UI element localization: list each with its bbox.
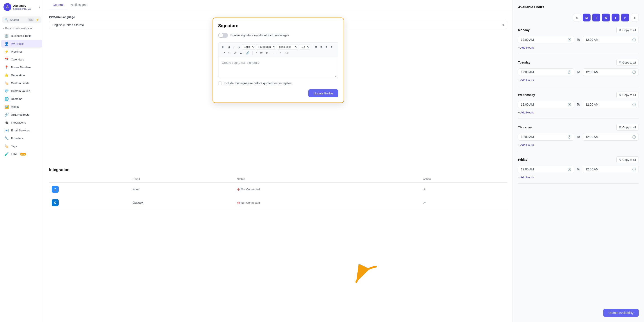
sidebar-item-reputation[interactable]: ⭐ Reputation — [1, 72, 42, 79]
quoted-text-checkbox[interactable] — [218, 82, 222, 85]
to-time-friday[interactable]: 12:00 AM 🕐 — [583, 166, 639, 173]
sidebar-item-business-profile[interactable]: 🏢 Business Profile — [1, 32, 42, 40]
lightning-icon: ⚡ — [36, 18, 39, 22]
nav-label-custom-fields: Custom Fields — [11, 82, 29, 85]
copy-to-all-btn-monday[interactable]: ⧉ Copy to all — [616, 27, 639, 33]
editor-body[interactable]: Create your email signature — [218, 58, 338, 73]
clock-icon-2: 🕐 — [632, 168, 636, 171]
justify-button[interactable]: ≡ — [329, 44, 334, 50]
sidebar-item-providers[interactable]: 🔧 Providers — [1, 134, 42, 142]
tab-notifications[interactable]: Notifications — [67, 0, 91, 10]
from-time-monday[interactable]: 12:00 AM 🕐 — [518, 36, 574, 43]
align-center-button[interactable]: ≡ — [319, 44, 324, 50]
copy-to-all-label: Copy to all — [622, 93, 636, 96]
day-btn-2[interactable]: T — [592, 14, 600, 22]
from-time-tuesday[interactable]: 12:00 AM 🕐 — [518, 68, 574, 76]
integration-action-btn-zoom[interactable]: ↗ — [423, 187, 426, 192]
integration-action[interactable]: ↗ — [420, 183, 507, 196]
day-btn-6[interactable]: S — [631, 14, 639, 22]
paragraph-select[interactable]: Paragraph Heading 1 Heading 2 — [256, 44, 276, 50]
add-hours-btn-friday[interactable]: + Add Hours — [518, 175, 534, 180]
quote-button[interactable]: " — [254, 50, 258, 56]
sidebar-item-calendars[interactable]: 📅 Calendars — [1, 56, 42, 63]
sidebar-item-email-services[interactable]: 📧 Email Services — [1, 126, 42, 134]
italic-button[interactable]: I — [232, 44, 236, 50]
day-btn-5[interactable]: F — [621, 14, 629, 22]
copy-to-all-btn-wednesday[interactable]: ⧉ Copy to all — [616, 92, 639, 98]
sidebar-item-media[interactable]: 🖼️ Media — [1, 103, 42, 110]
update-profile-button[interactable]: Update Profile — [308, 89, 338, 97]
sidebar-item-my-profile[interactable]: 👤 My Profile — [1, 40, 42, 48]
from-time-wednesday[interactable]: 12:00 AM 🕐 — [518, 101, 574, 108]
from-time-friday[interactable]: 12:00 AM 🕐 — [518, 166, 574, 173]
col-email: Email — [130, 176, 234, 183]
sidebar-item-tags[interactable]: 🏷️ Tags — [1, 142, 42, 150]
add-hours-btn-thursday[interactable]: + Add Hours — [518, 142, 534, 148]
tab-general[interactable]: General — [49, 0, 67, 10]
font-size-select[interactable]: 16px 12px 14px 18px 24px — [242, 44, 255, 50]
sidebar-item-phone-numbers[interactable]: 📍 Phone Numbers — [1, 64, 42, 71]
to-time-wednesday[interactable]: 12:00 AM 🕐 — [583, 101, 639, 108]
highlight-button[interactable]: ✦ — [278, 50, 283, 56]
superscript-button[interactable]: x² — [259, 50, 264, 56]
copy-to-all-btn-tuesday[interactable]: ⧉ Copy to all — [616, 59, 639, 66]
underline-button[interactable]: U — [226, 44, 231, 50]
link-button[interactable]: 🔗 — [244, 50, 251, 56]
integration-action[interactable]: ↗ — [420, 196, 507, 210]
add-hours-btn-tuesday[interactable]: + Add Hours — [518, 78, 534, 82]
redo-button[interactable]: ↪ — [227, 50, 232, 56]
resize-handle[interactable]: ⌟ — [218, 73, 338, 78]
to-time-tuesday[interactable]: 12:00 AM 🕐 — [583, 68, 639, 76]
sidebar-item-labs[interactable]: 🧪 Labs new — [1, 150, 42, 158]
subscript-button[interactable]: x₂ — [265, 50, 270, 56]
strikethrough2-button[interactable]: ~~ — [271, 50, 277, 56]
org-header[interactable]: A Acquirely Sacramento, CA ▾ — [0, 0, 44, 14]
line-height-select[interactable]: 1.5 1.0 2.0 — [299, 44, 310, 50]
search-bar[interactable]: 🔍 Search ⌘K ⚡ — [2, 16, 42, 23]
image-button[interactable]: 🖼 — [238, 50, 244, 56]
main-content: General Notifications Platform Language … — [44, 0, 644, 322]
bold-button[interactable]: B — [221, 44, 226, 50]
sidebar-item-integrations[interactable]: 🔌 Integrations — [1, 119, 42, 126]
search-icon: 🔍 — [4, 18, 8, 22]
add-hours-btn-wednesday[interactable]: + Add Hours — [518, 110, 534, 115]
nav-label-integrations: Integrations — [11, 121, 26, 124]
copy-to-all-btn-thursday[interactable]: ⧉ Copy to all — [616, 124, 639, 130]
sidebar-item-domains[interactable]: 🌐 Domains — [1, 95, 42, 103]
day-name-wednesday: Wednesday — [518, 93, 535, 96]
integration-name: Outlook — [130, 196, 234, 210]
toggle-knob — [219, 33, 223, 38]
signature-toggle[interactable] — [218, 33, 228, 38]
day-btn-1[interactable]: M — [583, 14, 590, 22]
add-hours-btn-monday[interactable]: + Add Hours — [518, 45, 534, 50]
sidebar-item-url-redirects[interactable]: 🔗 URL Redirects — [1, 111, 42, 118]
nav-icon-business-profile: 🏢 — [4, 34, 9, 38]
to-label: To — [577, 168, 580, 171]
day-btn-4[interactable]: T — [612, 14, 620, 22]
back-navigation[interactable]: ‹ Back to main navigation — [0, 25, 44, 32]
align-left-button[interactable]: ≡ — [314, 44, 318, 50]
day-buttons: SMTWTFS — [518, 14, 639, 22]
day-btn-3[interactable]: W — [602, 14, 610, 22]
font-family-select[interactable]: sans-serif serif monospace — [277, 44, 298, 50]
clock-icon-2: 🕐 — [632, 70, 636, 74]
integration-action-btn-outlook[interactable]: ↗ — [423, 201, 426, 205]
align-right-button[interactable]: ≡ — [324, 44, 329, 50]
avatar: A — [4, 3, 12, 11]
to-time-thursday[interactable]: 12:00 AM 🕐 — [583, 133, 639, 141]
text-color-button[interactable]: A — [233, 50, 238, 56]
sidebar-item-custom-values[interactable]: 💎 Custom Values — [1, 87, 42, 95]
update-availability-button[interactable]: Update Availability — [603, 309, 639, 317]
copy-to-all-btn-friday[interactable]: ⧉ Copy to all — [616, 156, 639, 163]
to-time-monday[interactable]: 12:00 AM 🕐 — [583, 36, 639, 43]
undo-button[interactable]: ↩ — [221, 50, 226, 56]
sidebar-item-pipelines[interactable]: ⚡ Pipelines — [1, 48, 42, 56]
from-time-thursday[interactable]: 12:00 AM 🕐 — [518, 133, 574, 141]
strikethrough-button[interactable]: S — [236, 44, 241, 50]
day-btn-0[interactable]: S — [573, 14, 581, 22]
sidebar-item-custom-fields[interactable]: 🏷️ Custom Fields — [1, 79, 42, 87]
toggle-row: Enable signature on all outgoing message… — [218, 33, 338, 38]
time-row-wednesday: 12:00 AM 🕐 To 12:00 AM 🕐 — [518, 101, 639, 108]
copy-icon: ⧉ — [619, 158, 621, 162]
code-button[interactable]: </> — [284, 50, 290, 56]
